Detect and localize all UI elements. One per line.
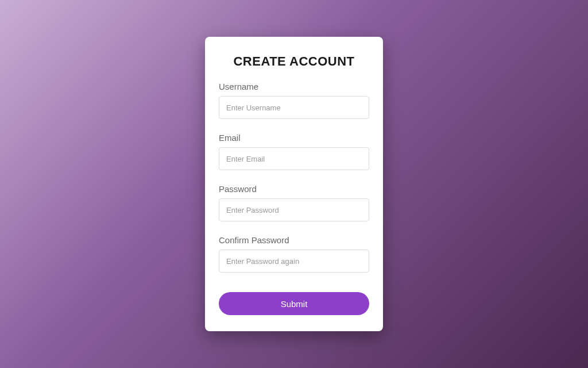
password-label: Password [219,184,369,194]
username-group: Username [219,82,369,119]
confirm-password-input[interactable] [219,250,369,273]
submit-button[interactable]: Submit [219,292,369,315]
form-title: CREATE ACCOUNT [219,54,369,69]
password-group: Password [219,184,369,221]
email-input[interactable] [219,147,369,170]
email-label: Email [219,133,369,143]
confirm-password-label: Confirm Password [219,235,369,245]
password-input[interactable] [219,198,369,221]
email-group: Email [219,133,369,170]
create-account-card: CREATE ACCOUNT Username Email Password C… [205,37,383,331]
username-input[interactable] [219,96,369,119]
username-label: Username [219,82,369,91]
confirm-password-group: Confirm Password [219,235,369,273]
